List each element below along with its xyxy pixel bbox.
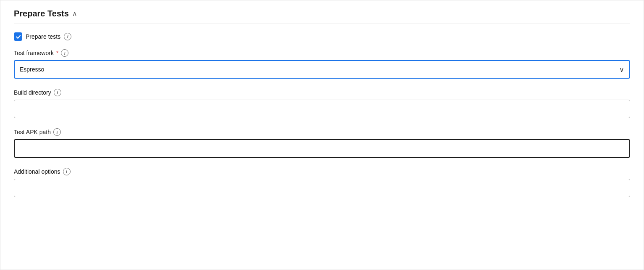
section-header: Prepare Tests ∧ [14,9,630,24]
build-directory-label-row: Build directory i [14,89,630,96]
test-apk-path-label-row: Test APK path i [14,128,630,136]
test-framework-select[interactable]: Espresso XCTest Robo [14,60,630,79]
test-apk-path-input[interactable] [14,139,630,158]
additional-options-label-row: Additional options i [14,168,630,175]
build-directory-label: Build directory [14,89,51,96]
check-icon [16,34,21,40]
test-apk-path-label: Test APK path [14,129,51,135]
test-framework-label: Test framework [14,50,54,56]
build-directory-input[interactable] [14,100,630,118]
prepare-tests-info-icon[interactable]: i [64,33,71,40]
test-framework-select-wrapper: Espresso XCTest Robo ∨ [14,60,630,79]
additional-options-info-icon[interactable]: i [63,168,71,175]
additional-options-label: Additional options [14,168,60,175]
required-indicator: * [56,50,58,56]
build-directory-info-icon[interactable]: i [54,89,61,96]
build-directory-field-group: Build directory i [14,89,630,118]
test-apk-path-field-group: Test APK path i [14,128,630,158]
test-framework-label-row: Test framework * i [14,49,630,57]
prepare-tests-label: Prepare tests [26,33,60,40]
test-apk-path-info-icon[interactable]: i [53,128,61,136]
prepare-tests-checkbox-row: Prepare tests i [14,32,630,41]
test-framework-field-group: Test framework * i Espresso XCTest Robo … [14,49,630,79]
test-framework-info-icon[interactable]: i [61,49,68,57]
collapse-chevron-icon[interactable]: ∧ [72,10,77,18]
additional-options-field-group: Additional options i [14,168,630,197]
prepare-tests-checkbox[interactable] [14,32,22,41]
page-title: Prepare Tests [14,9,69,19]
additional-options-input[interactable] [14,179,630,197]
prepare-tests-panel: Prepare Tests ∧ Prepare tests i Test fra… [0,0,644,270]
